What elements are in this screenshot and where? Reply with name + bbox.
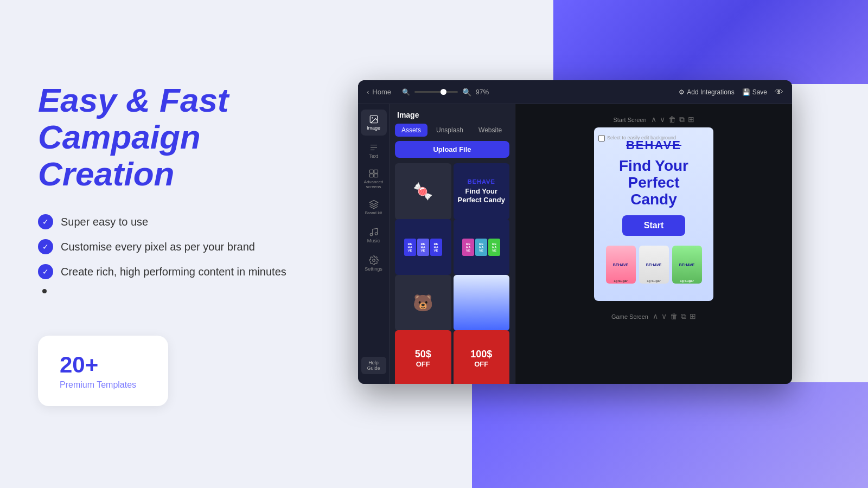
tab-unsplash[interactable]: Unsplash xyxy=(430,124,470,137)
start-screen-content[interactable]: Select to easily edit background BEHAVE … xyxy=(594,127,713,301)
coupon-amount-50: 50$ xyxy=(415,349,431,360)
asset-thumb-gummy-green[interactable]: 🍬 xyxy=(395,163,451,220)
bag-green: BEHAVE xyxy=(488,239,500,256)
sidebar-label-brand: Brand kit xyxy=(365,210,382,215)
list-item xyxy=(38,289,326,293)
coupon-off-100: OFF xyxy=(474,360,488,368)
bg-bottom-right-decoration xyxy=(472,382,868,488)
start-screen-label: Start Screen ∧ ∨ 🗑 ⧉ ⊞ xyxy=(594,115,713,124)
app-mockup: ‹ Home 🔍 🔍 97% ⚙ Add Integrations 💾 Save… xyxy=(358,80,792,384)
canvas-scroll[interactable]: Start Screen ∧ ∨ 🗑 ⧉ ⊞ Sel xyxy=(515,104,792,384)
save-icon: 💾 xyxy=(742,88,750,96)
bag-mini-2: BEHAVE xyxy=(417,239,429,256)
stats-label: Premium Templates xyxy=(60,380,146,390)
list-item: ✓ Customise every pixel as per your bran… xyxy=(38,239,326,254)
add-integrations-button[interactable]: ⚙ Add Integrations xyxy=(679,88,734,96)
expand-icon[interactable]: ⊞ xyxy=(690,312,696,321)
feature-text: Create rich, high performing content in … xyxy=(61,266,286,278)
canvas-area: Start Screen ∧ ∨ 🗑 ⧉ ⊞ Sel xyxy=(515,104,792,384)
sidebar-item-advanced[interactable]: Advanced screens xyxy=(361,166,387,192)
svg-rect-6 xyxy=(374,170,378,173)
app-topbar: ‹ Home 🔍 🔍 97% ⚙ Add Integrations 💾 Save… xyxy=(358,80,792,104)
tab-website[interactable]: Website xyxy=(472,124,508,137)
candy-text-preview: BEHAVE Find YourPerfect Candy xyxy=(454,163,510,220)
colored-bags-preview: BEHAVE BEHAVE BEHAVE xyxy=(454,219,510,275)
chevron-up-icon[interactable]: ∧ xyxy=(651,115,656,124)
zoom-percent: 97% xyxy=(476,88,489,96)
game-screen-card: Game Screen ∧ ∨ 🗑 ⧉ ⊞ xyxy=(594,312,713,324)
stats-card: 20+ Premium Templates xyxy=(38,336,168,406)
asset-thumb-gummy-bear[interactable]: 🐻 xyxy=(395,275,451,331)
help-guide-button[interactable]: Help Guide xyxy=(361,357,386,374)
asset-thumb-coupon-100[interactable]: 100$ OFF xyxy=(454,330,510,384)
chevron-up-icon[interactable]: ∧ xyxy=(653,312,658,321)
sidebar-label-text: Text xyxy=(369,153,378,159)
expand-icon[interactable]: ⊞ xyxy=(688,115,694,124)
candy-bag-green: BEHAVE 1g Sugar xyxy=(672,246,702,284)
svg-point-10 xyxy=(375,233,378,235)
find-text-small: Find YourPerfect Candy xyxy=(458,187,505,204)
sidebar-label-music: Music xyxy=(367,238,380,243)
svg-rect-5 xyxy=(369,170,373,173)
sidebar-item-text[interactable]: Text xyxy=(361,138,387,164)
sidebar-label-settings: Settings xyxy=(365,266,382,272)
asset-thumb-candy-text[interactable]: BEHAVE Find YourPerfect Candy xyxy=(454,163,510,220)
sidebar-label-advanced: Advanced screens xyxy=(361,179,387,189)
zoom-out-icon[interactable]: 🔍 xyxy=(402,88,410,96)
stats-number: 20+ xyxy=(60,352,146,378)
start-button-preview: Start xyxy=(622,215,685,236)
asset-thumb-blue-gradient[interactable] xyxy=(454,275,510,331)
bag-teal: BEHAVE xyxy=(475,239,487,256)
headline-line1: Easy & Fast xyxy=(38,81,229,119)
candy-bag-white: BEHAVE 1g Sugar xyxy=(639,246,669,284)
duplicate-icon[interactable]: ⧉ xyxy=(681,312,686,321)
coupon-50-preview: 50$ OFF xyxy=(395,330,451,384)
gummy-green-icon: 🍬 xyxy=(413,182,433,201)
delete-icon[interactable]: 🗑 xyxy=(668,115,676,124)
asset-thumb-colored-bags[interactable]: BEHAVE BEHAVE BEHAVE xyxy=(454,219,510,275)
bullet-dot xyxy=(42,289,47,293)
svg-point-11 xyxy=(372,259,375,262)
sidebar-item-settings[interactable]: Settings xyxy=(361,251,387,277)
sidebar-item-brand[interactable]: Brand kit xyxy=(361,194,387,220)
sidebar-icons: Image Text Advanced screens Brand kit Mu… xyxy=(358,104,390,384)
upload-file-button[interactable]: Upload File xyxy=(395,141,509,158)
headline-line2: Campaign xyxy=(38,118,201,156)
asset-thumb-coupon-50[interactable]: 50$ OFF xyxy=(395,330,451,384)
zoom-in-icon[interactable]: 🔍 xyxy=(462,88,471,97)
add-integrations-label: Add Integrations xyxy=(687,88,734,96)
topbar-actions: ⚙ Add Integrations 💾 Save 👁 xyxy=(679,87,783,97)
bag-mini-3: BEHAVE xyxy=(430,239,442,256)
bag-mini-1: BEHAVE xyxy=(404,239,416,256)
feature-list: ✓ Super easy to use ✓ Customise every pi… xyxy=(38,214,326,303)
coupon-100-preview: 100$ OFF xyxy=(454,330,510,384)
headline-line3: Creation xyxy=(38,155,174,192)
sidebar-item-music[interactable]: Music xyxy=(361,222,387,248)
zoom-thumb xyxy=(441,89,446,95)
chevron-down-icon[interactable]: ∨ xyxy=(661,312,667,321)
preview-button[interactable]: 👁 xyxy=(775,87,783,97)
asset-thumb-behave-blue[interactable]: BEHAVE BEHAVE BEHAVE xyxy=(395,219,451,275)
svg-rect-8 xyxy=(374,174,378,177)
assets-grid: 🍬 BEHAVE Find YourPerfect Candy BEHAVE B… xyxy=(390,163,515,384)
save-button[interactable]: 💾 Save xyxy=(742,88,767,96)
select-label: Select to easily edit background xyxy=(607,135,676,142)
check-icon: ✓ xyxy=(38,264,53,279)
sidebar-item-image[interactable]: Image xyxy=(361,110,387,136)
delete-icon[interactable]: 🗑 xyxy=(670,312,678,321)
select-checkbox[interactable] xyxy=(598,135,605,142)
zoom-controls: 🔍 🔍 97% xyxy=(402,88,489,97)
start-screen-card: Start Screen ∧ ∨ 🗑 ⧉ ⊞ Sel xyxy=(594,115,713,301)
start-screen-headline: Find Your Perfect Candy xyxy=(605,158,703,208)
coupon-off-50: OFF xyxy=(416,360,430,368)
headline: Easy & Fast Campaign Creation xyxy=(38,82,326,193)
back-icon: ‹ xyxy=(367,88,369,96)
select-background-area: Select to easily edit background xyxy=(598,135,676,142)
duplicate-icon[interactable]: ⧉ xyxy=(679,115,685,124)
app-body: Image Text Advanced screens Brand kit Mu… xyxy=(358,104,792,384)
chevron-down-icon[interactable]: ∨ xyxy=(660,115,665,124)
home-nav[interactable]: ‹ Home xyxy=(367,88,391,96)
tab-assets[interactable]: Assets xyxy=(395,124,427,137)
coupon-amount-100: 100$ xyxy=(470,349,492,360)
zoom-slider[interactable] xyxy=(414,91,458,93)
